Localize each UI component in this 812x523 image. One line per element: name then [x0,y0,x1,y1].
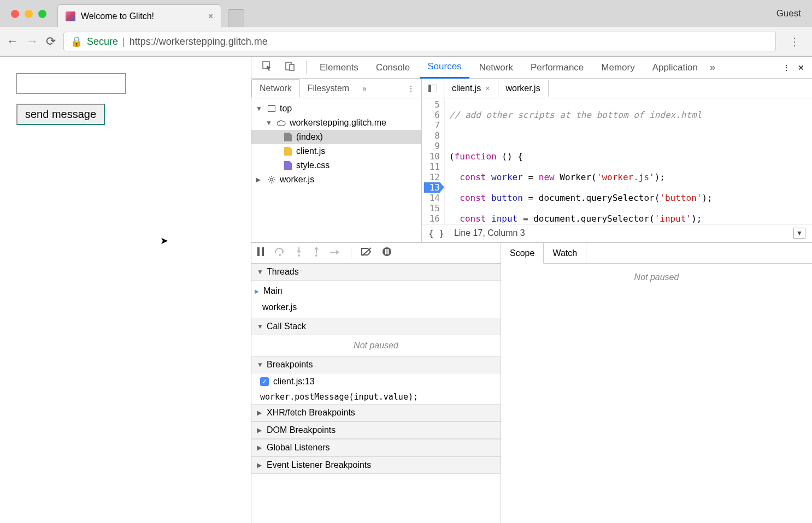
step-over-button[interactable] [274,247,285,259]
browser-menu-icon[interactable]: ⋮ [784,35,805,48]
editor-tab-workerjs[interactable]: worker.js [498,80,549,97]
tab-memory[interactable]: Memory [593,57,642,78]
code-content[interactable]: // add other scripts at the bottom of in… [445,98,717,224]
breakpoint-item[interactable]: ✓ client.js:13 [251,373,501,390]
deactivate-breakpoints-button[interactable] [361,247,372,259]
device-toolbar-icon[interactable] [280,61,301,74]
back-button[interactable]: ← [7,34,19,49]
editor-status-bar: { } Line 17, Column 3 ▼ [422,224,812,242]
chevron-right-icon: ▶ [256,176,263,183]
tree-file-stylecss[interactable]: style.css [251,158,421,173]
devtools-menu-icon[interactable]: ⋮ [782,63,790,72]
pretty-print-icon[interactable]: { } [428,228,444,239]
tree-worker[interactable]: ▶ worker.js [251,173,421,187]
minimize-window-button[interactable] [25,10,33,18]
svg-point-8 [279,254,281,256]
close-window-button[interactable] [11,10,19,18]
css-file-icon [283,161,293,170]
event-listener-breakpoints-header[interactable]: ▶ Event Listener Breakpoints [251,456,501,474]
tab-sources[interactable]: Sources [420,56,469,79]
threads-body: Main worker.js [251,281,501,318]
breakpoint-code: worker.postMessage(input.value); [251,390,501,404]
step-button[interactable] [330,247,341,259]
step-out-button[interactable] [313,247,320,259]
code-editor[interactable]: 56789101112131415161718 // add other scr… [422,98,812,224]
chevron-down-icon: ▼ [257,323,263,330]
browser-tab[interactable]: Welcome to Glitch! × [57,4,221,27]
svg-point-10 [315,254,317,257]
new-tab-button[interactable] [228,9,244,27]
file-navigator: Network Filesystem » ⋮ ▼ top ▼ workerste… [251,79,422,242]
scope-tab-scope[interactable]: Scope [501,243,544,264]
tree-file-clientjs[interactable]: client.js [251,144,421,158]
editor-tab-clientjs[interactable]: client.js × [444,80,498,97]
tab-console[interactable]: Console [368,57,417,78]
xhr-breakpoints-header[interactable]: ▶ XHR/fetch Breakpoints [251,404,501,421]
file-nav-tabs: Network Filesystem » ⋮ [251,79,421,98]
callstack-header[interactable]: ▼ Call Stack [251,318,501,335]
dom-breakpoints-header[interactable]: ▶ DOM Breakpoints [251,421,501,439]
scope-tabs: Scope Watch [501,243,812,264]
separator [351,247,351,259]
toggle-navigator-icon[interactable] [422,79,444,98]
tab-application[interactable]: Application [645,57,705,78]
maximize-window-button[interactable] [38,10,46,18]
lock-icon: 🔒 [70,35,83,47]
tree-label: worker.js [280,175,314,185]
step-into-button[interactable] [295,247,303,259]
forward-button[interactable]: → [26,34,38,49]
tab-title: Welcome to Glitch! [81,11,203,21]
close-editor-tab-icon[interactable]: × [485,84,490,93]
chevron-down-icon: ▼ [257,268,263,276]
inspect-element-icon[interactable] [257,61,278,74]
tree-file-index[interactable]: (index) [251,130,421,144]
threads-header[interactable]: ▼ Threads [251,264,501,281]
filenav-menu-icon[interactable]: ⋮ [401,84,421,93]
tab-network[interactable]: Network [472,57,521,78]
content-area: send message ➤ Elements Console Sources … [0,57,812,523]
filenav-tab-filesystem[interactable]: Filesystem [300,80,357,97]
global-listeners-header[interactable]: ▶ Global Listeners [251,439,501,456]
separator [306,61,307,74]
reload-button[interactable]: ⟳ [46,34,56,49]
thread-main[interactable]: Main [251,283,501,299]
address-bar[interactable]: 🔒 Secure | https://workerstepping.glitch… [63,32,776,51]
breakpoints-header[interactable]: ▼ Breakpoints [251,356,501,373]
nav-bar: ← → ⟳ 🔒 Secure | https://workerstepping.… [0,27,812,56]
message-input[interactable] [16,73,126,94]
sources-panel: Network Filesystem » ⋮ ▼ top ▼ workerste… [251,79,812,242]
send-message-button[interactable]: send message [16,104,105,125]
file-tree: ▼ top ▼ workerstepping.glitch.me (index) [251,98,421,190]
svg-rect-13 [385,249,387,254]
close-tab-icon[interactable]: × [208,11,213,21]
tree-label: top [280,104,292,114]
svg-point-9 [298,254,300,257]
breakpoint-checkbox[interactable]: ✓ [260,377,269,386]
gear-icon [267,175,276,185]
filenav-tab-network[interactable]: Network [251,79,300,98]
scope-not-paused: Not paused [634,272,679,282]
js-file-icon [283,146,293,156]
pause-button[interactable] [257,247,264,259]
tree-top[interactable]: ▼ top [251,102,421,116]
scope-tab-watch[interactable]: Watch [544,243,586,263]
chevron-right-icon: ▶ [257,409,263,417]
debug-toolbar [251,243,501,264]
thread-worker[interactable]: worker.js [251,299,501,316]
more-tabs-icon[interactable]: » [710,62,715,73]
favicon-icon [66,11,75,21]
line-gutter[interactable]: 56789101112131415161718 [422,98,445,224]
tree-domain[interactable]: ▼ workerstepping.glitch.me [251,116,421,130]
svg-rect-2 [290,64,294,70]
tree-label: style.css [296,161,329,170]
close-devtools-icon[interactable]: ✕ [798,63,804,72]
chevron-down-icon: ▼ [257,361,263,369]
pause-on-exceptions-button[interactable] [382,247,392,259]
tab-performance[interactable]: Performance [523,57,591,78]
debug-panels: ▼ Threads Main worker.js ▼ Call Stack No… [251,242,812,523]
guest-label[interactable]: Guest [776,8,801,19]
coverage-toggle-icon[interactable]: ▼ [793,228,805,239]
tab-elements[interactable]: Elements [312,57,366,78]
more-filenav-icon[interactable]: » [357,84,372,93]
tree-label: (index) [296,132,323,142]
